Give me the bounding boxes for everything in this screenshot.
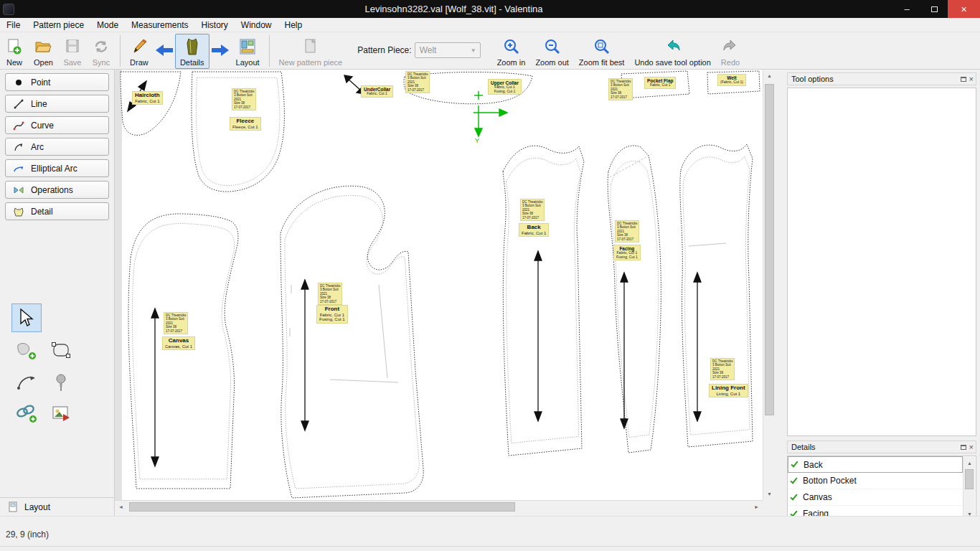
sync-arrows-icon <box>93 37 110 56</box>
piece-info-fleece[interactable]: DC Theatricks 3 Button Suit 2021 Size 38… <box>232 88 256 110</box>
minimize-button[interactable]: – <box>893 0 920 18</box>
close-panel-icon[interactable]: × <box>969 75 974 83</box>
pattern-canvas[interactable]: Haircloth Fabric, Cut 1 DC Theatricks 3 … <box>115 70 763 500</box>
details-list: Back Botton Pocket Canvas Facing <box>787 456 976 522</box>
piece-info-collar[interactable]: DC Theatricks 3 Button Suit 2021 Size 38… <box>405 71 430 93</box>
new-document-icon <box>6 37 22 56</box>
piece-label-front[interactable]: Front Fabric, Cut 1 Fusing, Cut 1 <box>316 305 348 324</box>
pattern-piece-select[interactable]: Welt ▼ <box>415 42 481 58</box>
union-details-tool-button[interactable] <box>11 336 42 365</box>
float-panel-icon[interactable] <box>961 445 966 450</box>
piece-label-fleece[interactable]: Fleece Fleece, Cut 1 <box>230 117 261 131</box>
menu-measurements[interactable]: Measurements <box>125 19 194 32</box>
details-panel: Details × Back Botton Pocket <box>787 441 976 522</box>
sidebar-item-operations[interactable]: Operations <box>5 181 109 199</box>
piece-label-back[interactable]: Back Fabric, Cut 1 <box>519 223 549 237</box>
check-icon[interactable] <box>790 476 797 484</box>
piece-info-canvas[interactable]: DC Theatricks 3 Button Suit 2021 Size 38… <box>164 312 188 334</box>
menu-file[interactable]: File <box>0 19 27 32</box>
zoom-in-icon <box>503 37 520 56</box>
dock-panels: Tool options × Details × <box>787 72 976 522</box>
piece-label-upper-collar[interactable]: Upper Collar Fabric, Cut 1 Fusing, Cut 1 <box>488 79 522 95</box>
piece-label-under-collar[interactable]: UnderCollar Fabric, Cut 1 <box>361 85 393 98</box>
arc-icon <box>13 141 24 153</box>
tool-sidebar: Point Line Curve Arc Elliptical Arc Oper… <box>0 70 115 516</box>
piece-label-haircloth[interactable]: Haircloth Fabric, Cut 1 <box>132 91 163 105</box>
new-pattern-piece-button[interactable]: New pattern piece <box>274 34 348 69</box>
piece-label-welt[interactable]: Welt (Fabric, Cut 1) <box>717 74 746 86</box>
close-button[interactable]: × <box>948 0 980 18</box>
float-panel-icon[interactable] <box>961 77 966 82</box>
zoom-in-button[interactable]: Zoom in <box>492 34 531 69</box>
canvas-vertical-scrollbar[interactable]: ▲ ▼ <box>763 70 775 500</box>
sidebar-item-elliptical-arc[interactable]: Elliptical Arc <box>5 159 109 177</box>
menu-pattern-piece[interactable]: Pattern piece <box>27 19 90 32</box>
menu-bar: File Pattern piece Mode Measurements His… <box>0 18 980 32</box>
piece-label-lining-front[interactable]: Lining Front Lining, Cut 1 <box>709 384 748 397</box>
pattern-piece-value: Welt <box>420 45 437 55</box>
chain-link-icon <box>15 404 38 424</box>
scroll-left-icon[interactable]: ◄ <box>115 501 127 513</box>
workpiece-path-tool-button[interactable] <box>46 336 76 365</box>
redo-arrow-icon <box>721 37 740 56</box>
sidebar-item-arc[interactable]: Arc <box>5 138 109 156</box>
canvas-horizontal-scrollbar[interactable]: ◄ ► <box>115 500 763 512</box>
scroll-down-icon[interactable]: ▼ <box>763 488 776 500</box>
open-folder-icon <box>34 37 52 56</box>
layout-grid-icon <box>239 37 256 56</box>
select-tool-button[interactable] <box>11 303 42 332</box>
menu-mode[interactable]: Mode <box>90 19 125 32</box>
sidebar-item-detail[interactable]: Detail <box>5 202 109 220</box>
details-row-canvas[interactable]: Canvas <box>788 489 963 506</box>
piece-label-facing[interactable]: Facing Fabric, Cut 1 Fusing, Cut 1 <box>613 245 641 260</box>
piece-label-canvas[interactable]: Canvas Canvas, Cut 1 <box>162 336 195 350</box>
pattern-piece-label: Pattern Piece: <box>357 45 411 55</box>
sidebar-item-line[interactable]: Line <box>5 95 109 113</box>
sidebar-item-point[interactable]: Point <box>5 73 109 91</box>
piece-info-lining-front[interactable]: DC Theatricks 3 Button Suit 2021 Size 38… <box>710 358 735 380</box>
check-icon[interactable] <box>790 492 797 500</box>
zoom-fit-best-button[interactable]: Zoom fit best <box>574 34 630 69</box>
new-button[interactable]: New <box>0 34 29 69</box>
piece-label-pocket-flap[interactable]: Pocket Flap Fabric, Cut 1 <box>644 77 676 89</box>
undo-button[interactable]: Undo save tool option <box>629 34 715 69</box>
details-scrollbar[interactable]: ▲ ▼ <box>963 457 975 520</box>
close-panel-icon[interactable]: × <box>969 443 974 451</box>
pin-tool-button[interactable] <box>46 368 76 397</box>
details-row-back[interactable]: Back <box>788 456 963 473</box>
sidebar-layout-button[interactable]: Layout <box>0 497 114 516</box>
vscroll-thumb[interactable] <box>765 84 774 415</box>
sidebar-item-curve[interactable]: Curve <box>5 116 109 134</box>
redo-button[interactable]: Redo <box>716 34 745 69</box>
scroll-up-icon[interactable]: ▲ <box>963 457 976 469</box>
piece-info-facing[interactable]: DC Theatricks 3 Button Suit 2021 Size 38… <box>615 220 639 242</box>
menu-help[interactable]: Help <box>278 19 309 32</box>
group-tool-button[interactable] <box>11 400 42 428</box>
layout-mode-button[interactable]: Layout <box>231 34 265 69</box>
details-mode-button[interactable]: Details <box>175 34 209 69</box>
details-titlebar: Details × <box>787 441 976 453</box>
piece-info-back[interactable]: DC Theatricks 3 Button Suit 2021 Size 38… <box>520 199 545 221</box>
draw-mode-button[interactable]: Draw <box>125 34 154 69</box>
sync-button[interactable]: Sync <box>87 34 116 69</box>
status-bar: 29, 9 (inch) <box>0 516 980 551</box>
export-image-tool-button[interactable] <box>46 400 76 428</box>
valentina-window: Levinsohn3282.val [Wolf_38.vit] - Valent… <box>0 0 980 551</box>
internal-path-tool-button[interactable] <box>11 368 42 397</box>
scroll-up-icon[interactable]: ▲ <box>763 70 776 82</box>
details-scroll-thumb[interactable] <box>965 469 974 489</box>
details-row-botton-pocket[interactable]: Botton Pocket <box>788 473 963 489</box>
check-icon[interactable] <box>791 460 798 468</box>
piece-info-front[interactable]: DC Theatricks 3 Button Suit 2021 Size 38… <box>318 283 342 305</box>
open-button[interactable]: Open <box>29 34 58 69</box>
menu-history[interactable]: History <box>194 19 234 32</box>
detail-icon <box>13 206 24 217</box>
restore-button[interactable] <box>920 0 948 18</box>
zoom-fit-best-icon <box>593 37 611 56</box>
menu-window[interactable]: Window <box>235 19 278 32</box>
hscroll-thumb[interactable] <box>129 502 515 512</box>
zoom-out-button[interactable]: Zoom out <box>530 34 573 69</box>
scroll-right-icon[interactable]: ► <box>750 501 763 513</box>
piece-info-pocket-flap[interactable]: DC Theatricks 3 Button Suit 2021 Size 38… <box>608 78 633 100</box>
save-button[interactable]: Save <box>58 34 87 69</box>
